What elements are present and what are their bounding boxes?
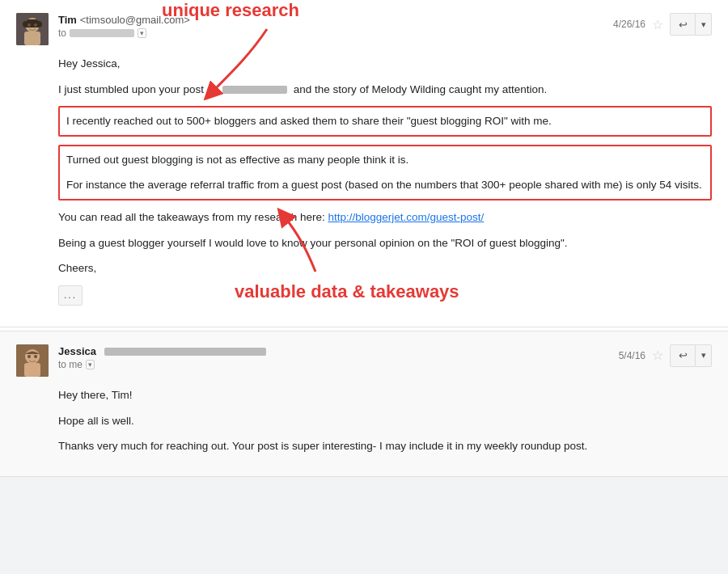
thanks-line: Thanks very much for reaching out. Your … xyxy=(58,437,712,455)
email-body-2: Hey there, Tim! Hope all is well. Thanks… xyxy=(58,386,712,455)
email-body-1: Hey Jessica, I just stumbled upon your p… xyxy=(58,55,712,306)
research-line: You can read all the takeaways from my r… xyxy=(58,209,712,226)
greeting-text-1: Hey Jessica, xyxy=(58,57,121,70)
sender-info-1: Tim <timsoulo@gmail.com> to ▾ xyxy=(58,13,607,39)
reply-actions-1: ↩ ▾ xyxy=(670,13,712,36)
more-actions-button-2[interactable]: ▾ xyxy=(696,344,712,367)
opinion-line: Being a guest blogger yourself I would l… xyxy=(58,234,712,252)
email-header-1: Tim <timsoulo@gmail.com> to ▾ 4/26/16 ☆ … xyxy=(16,13,712,45)
sender-email-text-1: <timsoulo@gmail.com> xyxy=(80,14,190,26)
avatar-tim xyxy=(16,13,49,45)
hope-line: Hope all is well. xyxy=(58,412,712,430)
reply-button-1[interactable]: ↩ xyxy=(670,13,696,36)
svg-rect-4 xyxy=(27,19,38,23)
greeting-1: Hey Jessica, xyxy=(58,55,712,73)
email-message-2: Jessica to me ▾ 5/4/16 ☆ ↩ ▾ xyxy=(0,331,728,477)
sender-name-text-1: Tim xyxy=(58,14,77,26)
email-date-2: 5/4/16 xyxy=(619,350,645,361)
avatar-jessica xyxy=(16,344,49,377)
intro-end-1: and the story of Melody Wilding caught m… xyxy=(294,83,548,95)
svg-rect-9 xyxy=(24,363,40,377)
svg-point-6 xyxy=(34,23,37,27)
star-icon-2[interactable]: ☆ xyxy=(652,348,663,363)
greeting-2: Hey there, Tim! xyxy=(58,386,712,404)
reply-icon-1: ↩ xyxy=(679,19,688,31)
sender-name-text-2: Jessica xyxy=(58,345,96,357)
svg-point-10 xyxy=(28,355,31,358)
intro-text-1: I just stumbled upon your post at xyxy=(58,83,216,95)
email-date-actions-2: 5/4/16 ☆ ↩ ▾ xyxy=(619,344,712,367)
email-date-1: 4/26/16 xyxy=(613,19,645,30)
more-button-1[interactable]: ... xyxy=(58,285,83,306)
reply-actions-2: ↩ ▾ xyxy=(670,344,712,367)
to-line-2: to me ▾ xyxy=(58,359,612,370)
sender-info-2: Jessica to me ▾ xyxy=(58,344,612,370)
to-label-2: to me xyxy=(58,359,83,370)
research-link[interactable]: http://bloggerjet.com/guest-post/ xyxy=(328,211,484,223)
research-text-start: You can read all the takeaways from my r… xyxy=(58,211,328,223)
highlighted-text-2b: For instance the average referral traffi… xyxy=(66,176,704,194)
highlighted-box-2: Turned out guest blogging is not as effe… xyxy=(58,145,712,200)
svg-point-5 xyxy=(28,23,31,27)
chevron-down-icon-2: ▾ xyxy=(701,350,706,361)
jessica-avatar-icon xyxy=(16,344,49,377)
sender-name-1: Tim <timsoulo@gmail.com> xyxy=(58,13,607,26)
email-date-actions-1: 4/26/16 ☆ ↩ ▾ xyxy=(613,13,712,36)
tim-avatar-icon xyxy=(16,13,49,45)
chevron-down-icon-1: ▾ xyxy=(701,19,706,30)
more-actions-button-1[interactable]: ▾ xyxy=(696,13,712,36)
redacted-url-1 xyxy=(222,86,287,94)
highlighted-text-1: I recently reached out to 500+ bloggers … xyxy=(66,112,704,130)
sender-name-row-2: Jessica xyxy=(58,344,612,357)
to-dropdown-1[interactable]: ▾ xyxy=(138,28,146,38)
svg-point-11 xyxy=(34,355,37,358)
to-redacted-1 xyxy=(70,29,134,37)
highlighted-box-1: I recently reached out to 500+ bloggers … xyxy=(58,106,712,137)
reply-button-2[interactable]: ↩ xyxy=(670,344,696,367)
email-message-1: unique research valuable d xyxy=(0,0,728,327)
reply-icon-2: ↩ xyxy=(679,349,688,361)
email-thread: unique research valuable d xyxy=(0,0,728,477)
redacted-email-2 xyxy=(104,348,266,356)
intro-line-1: I just stumbled upon your post at and th… xyxy=(58,81,712,99)
more-btn-container: ... xyxy=(58,285,712,306)
highlighted-text-2a: Turned out guest blogging is not as effe… xyxy=(66,151,704,169)
to-label-1: to xyxy=(58,27,66,39)
star-icon-1[interactable]: ☆ xyxy=(652,17,663,32)
to-dropdown-2[interactable]: ▾ xyxy=(86,360,95,369)
to-line-1: to ▾ xyxy=(58,27,607,39)
svg-rect-2 xyxy=(24,32,40,45)
closing-1: Cheers, xyxy=(58,260,712,277)
email-header-2: Jessica to me ▾ 5/4/16 ☆ ↩ ▾ xyxy=(16,344,712,377)
